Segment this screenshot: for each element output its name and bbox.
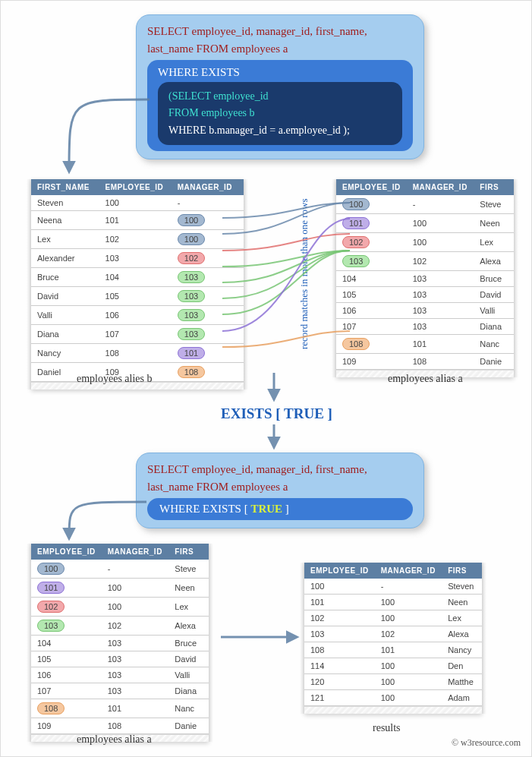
label-results: results bbox=[373, 722, 401, 734]
where-true: TRUE bbox=[250, 503, 282, 515]
table-row: Nancy108101 bbox=[31, 344, 244, 363]
sql-box-bottom: SELECT employee_id, manager_id, first_na… bbox=[136, 453, 424, 528]
table-row: 105103David bbox=[336, 287, 514, 303]
table-row: 109108Danie bbox=[336, 354, 514, 370]
table-row: 108101Nancy bbox=[304, 642, 482, 658]
where-true-box: WHERE EXISTS [ TRUE ] bbox=[147, 498, 413, 520]
table-row: Steven100- bbox=[31, 195, 244, 211]
table-row: Diana107103 bbox=[31, 325, 244, 344]
where-exists-box: WHERE EXISTS (SELECT employee_id FROM em… bbox=[147, 60, 413, 151]
sql-box-top: SELECT employee_id, manager_id, first_na… bbox=[136, 14, 424, 159]
footer-credit: © w3resource.com bbox=[452, 737, 521, 749]
col-emp: EMPLOYEE_ID bbox=[304, 563, 375, 579]
where-pre: WHERE EXISTS [ bbox=[159, 503, 250, 515]
table-results: EMPLOYEE_ID MANAGER_ID FIRS 100-Steven10… bbox=[304, 563, 482, 714]
sql-select-2: SELECT employee_id, manager_id, first_na… bbox=[147, 461, 413, 495]
table-row: 104103Bruce bbox=[336, 271, 514, 287]
table-row: 108101Nanc bbox=[336, 335, 514, 354]
table-row: 101100Neen bbox=[304, 595, 482, 610]
label-alias-b: employees alies b bbox=[77, 373, 153, 385]
sub-select: (SELECT employee_id bbox=[168, 88, 392, 105]
table-row: 108101Nanc bbox=[31, 699, 209, 718]
col-mgr: MANAGER_ID bbox=[102, 544, 169, 560]
table-row: 107103Diana bbox=[336, 319, 514, 335]
exists-true-label: EXISTS [ TRUE ] bbox=[221, 405, 332, 422]
table-row: 104103Bruce bbox=[31, 636, 209, 651]
table-row: Lex102100 bbox=[31, 230, 244, 249]
table-row: 102100Lex bbox=[304, 610, 482, 626]
table-row: Alexander103102 bbox=[31, 249, 244, 268]
table-row: 105103David bbox=[31, 651, 209, 667]
table-row: Neena101100 bbox=[31, 211, 244, 230]
table-row: 106103Valli bbox=[31, 667, 209, 683]
table-employees-a2: EMPLOYEE_ID MANAGER_ID FIRS 100-Steve101… bbox=[31, 544, 209, 742]
table-row: 100-Steven bbox=[304, 579, 482, 595]
sql-select: SELECT employee_id, manager_id, first_na… bbox=[147, 23, 413, 57]
table-row: 120100Matthe bbox=[304, 674, 482, 690]
col-emp: EMPLOYEE_ID bbox=[99, 179, 172, 195]
label-alias-a: employees alias a bbox=[388, 373, 463, 385]
table-row: 109108Danie bbox=[31, 718, 209, 734]
table-row: 121100Adam bbox=[304, 690, 482, 706]
col-emp: EMPLOYEE_ID bbox=[336, 179, 407, 195]
col-first: FIRS bbox=[168, 544, 209, 560]
table-row: 100-Steve bbox=[31, 560, 209, 579]
col-first: FIRST_NAME bbox=[31, 179, 99, 195]
sub-where: WHERE b.manager_id = a.employee_id ); bbox=[168, 122, 392, 139]
where-post: ] bbox=[282, 503, 289, 515]
table-row: 107103Diana bbox=[31, 683, 209, 699]
table-row: Bruce104103 bbox=[31, 268, 244, 287]
col-mgr: MANAGER_ID bbox=[375, 563, 442, 579]
table-row: 101100Neen bbox=[336, 214, 514, 233]
table-row: 102100Lex bbox=[31, 598, 209, 617]
col-first: FIRS bbox=[474, 179, 514, 195]
where-label: WHERE EXISTS bbox=[158, 66, 240, 78]
table-employees-a: EMPLOYEE_ID MANAGER_ID FIRS 100-Steve101… bbox=[336, 179, 514, 377]
table-row: Valli106103 bbox=[31, 306, 244, 325]
col-first: FIRS bbox=[442, 563, 482, 579]
table-row: 102100Lex bbox=[336, 233, 514, 252]
sub-from: FROM employees b bbox=[168, 105, 392, 121]
table-row: 106103Valli bbox=[336, 303, 514, 319]
label-alias-a2: employees alias a bbox=[77, 733, 152, 746]
table-row: 100-Steve bbox=[336, 195, 514, 214]
col-emp: EMPLOYEE_ID bbox=[31, 544, 102, 560]
side-note: record matches in more than one rows bbox=[298, 194, 310, 354]
subquery-box: (SELECT employee_id FROM employees b WHE… bbox=[158, 82, 402, 145]
col-mgr: MANAGER_ID bbox=[172, 179, 244, 195]
table-row: 103102Alexa bbox=[304, 626, 482, 642]
table-row: 103102Alexa bbox=[31, 617, 209, 636]
table-row: David105103 bbox=[31, 287, 244, 306]
table-row: 103102Alexa bbox=[336, 252, 514, 271]
table-row: 114100Den bbox=[304, 658, 482, 674]
col-mgr: MANAGER_ID bbox=[407, 179, 474, 195]
table-row: 101100Neen bbox=[31, 579, 209, 598]
table-employees-b: FIRST_NAME EMPLOYEE_ID MANAGER_ID Steven… bbox=[31, 179, 244, 390]
